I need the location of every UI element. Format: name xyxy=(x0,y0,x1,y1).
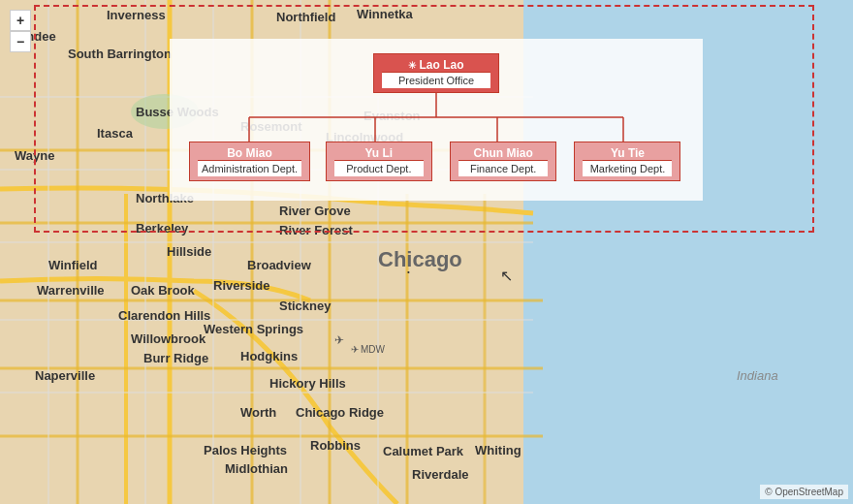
map-label-riverside: Riverside xyxy=(213,278,270,293)
map-label-warrenville: Warrenville xyxy=(37,283,105,298)
map-label-broadview: Broadview xyxy=(247,258,311,272)
child-node-box-0[interactable]: Bo Miao Administration Dept. xyxy=(189,142,310,181)
attribution: © OpenStreetMap xyxy=(760,485,848,499)
map-label-winfield: Winfield xyxy=(48,258,97,272)
map-label-hodgkins: Hodgkins xyxy=(240,349,298,363)
map-label-whiting: Whiting xyxy=(475,443,521,457)
org-child-node-3[interactable]: Yu Tie Marketing Dept. xyxy=(572,142,683,181)
map-label-south-barrington: South Barrington xyxy=(68,47,172,61)
root-node-dept: President Office xyxy=(382,72,490,88)
svg-text:✈: ✈ xyxy=(334,333,344,347)
child-node-dept-2: Finance Dept. xyxy=(458,160,548,176)
map-label-palos-heights: Palos Heights xyxy=(204,443,287,457)
root-node-box[interactable]: ✳Lao Lao President Office xyxy=(373,53,499,93)
map-label-inverness: Inverness xyxy=(107,8,166,22)
org-child-node-2[interactable]: Chun Miao Finance Dept. xyxy=(448,142,559,181)
org-child-node-0[interactable]: Bo Miao Administration Dept. xyxy=(189,142,310,181)
map-label-robbins: Robbins xyxy=(310,438,361,453)
org-connector-svg xyxy=(189,93,683,142)
root-node-name: ✳Lao Lao xyxy=(382,58,490,72)
map-label-willowbrook: Willowbrook xyxy=(131,331,205,346)
map-label-clarendon-hills: Clarendon Hills xyxy=(118,308,210,323)
map-label-northfield: Northfield xyxy=(276,10,335,24)
map-label-calumet-park: Calumet Park xyxy=(383,444,463,458)
map-label-midlothian: Midlothian xyxy=(225,461,288,476)
map-label-hillside: Hillside xyxy=(167,244,211,259)
child-node-box-1[interactable]: Yu Li Product Dept. xyxy=(326,142,432,181)
chicago-dot: • xyxy=(407,268,410,276)
child-node-dept-1: Product Dept. xyxy=(334,160,424,176)
root-node-icon: ✳ xyxy=(408,60,416,71)
map-label-riverdale: Riverdale xyxy=(412,467,469,482)
org-root-row: ✳Lao Lao President Office xyxy=(189,53,683,93)
map-label-naperville: Naperville xyxy=(35,368,95,383)
map-label-hickory-hills: Hickory Hills xyxy=(269,376,346,391)
child-node-name-0: Bo Miao xyxy=(198,146,301,160)
child-node-dept-3: Marketing Dept. xyxy=(583,160,672,176)
child-node-name-2: Chun Miao xyxy=(458,146,548,160)
zoom-controls: + − xyxy=(10,10,31,52)
org-chart: ✳Lao Lao President Office Bo Miao Admini… xyxy=(170,39,703,201)
map-label-oak-brook: Oak Brook xyxy=(131,283,195,298)
map-label-river-grove: River Grove xyxy=(279,204,351,218)
child-node-box-2[interactable]: Chun Miao Finance Dept. xyxy=(450,142,556,181)
child-node-dept-0: Administration Dept. xyxy=(198,160,301,176)
map-label-worth: Worth xyxy=(240,405,276,420)
child-node-name-1: Yu Li xyxy=(334,146,424,160)
map-label-stickney: Stickney xyxy=(279,299,331,313)
map-label-chicago: Chicago xyxy=(378,247,462,272)
org-children-row: Bo Miao Administration Dept. Yu Li Produ… xyxy=(189,142,683,181)
map-label-berkeley: Berkeley xyxy=(136,221,188,236)
map-label-chicago-ridge: Chicago Ridge xyxy=(296,405,384,420)
map-label-wayne: Wayne xyxy=(15,148,54,163)
child-node-name-3: Yu Tie xyxy=(583,146,672,160)
org-child-node-1[interactable]: Yu Li Product Dept. xyxy=(323,142,434,181)
map-label-river-forest: River Forest xyxy=(279,223,353,237)
org-root-node[interactable]: ✳Lao Lao President Office xyxy=(373,53,499,93)
map-label-burr-ridge: Burr Ridge xyxy=(143,351,208,365)
child-node-box-3[interactable]: Yu Tie Marketing Dept. xyxy=(574,142,680,181)
zoom-out-button[interactable]: − xyxy=(10,31,31,52)
map-label-mdw: ✈MDW xyxy=(351,344,385,355)
zoom-in-button[interactable]: + xyxy=(10,10,31,31)
map-label-itasca: Itasca xyxy=(97,126,133,141)
map-label-winnetka: Winnetka xyxy=(357,7,413,21)
map-label-western-springs: Western Springs xyxy=(204,322,303,336)
